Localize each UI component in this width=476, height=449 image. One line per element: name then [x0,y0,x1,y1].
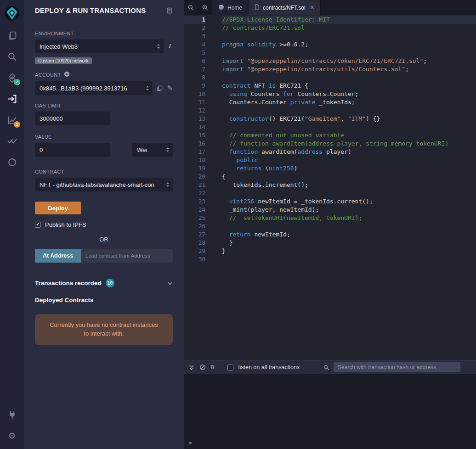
plugin-manager-icon[interactable] [0,404,24,425]
select-caret-icon [166,182,170,189]
value-unit-select[interactable]: Wei [132,143,173,157]
chevron-down-icon [167,279,173,287]
sign-message-icon[interactable]: ✎ [167,84,173,92]
publish-ipfs-label: Publish to IPFS [45,221,86,228]
file-explorer-icon[interactable] [0,25,24,46]
tab-home[interactable]: Home [212,0,249,15]
activity-bar: ✓ 1 ⚙ [0,0,24,449]
listen-transactions-checkbox[interactable] [227,365,233,370]
account-label: ACCOUNT [35,72,61,78]
zoom-out-icon[interactable] [184,0,198,15]
value-label: VALUE [35,134,173,140]
or-divider: OR [35,236,173,243]
contract-label: CONTRACT [35,169,173,174]
debugger-icon[interactable] [0,152,24,173]
gas-limit-label: GAS LIMIT [35,103,173,108]
publish-ipfs-checkbox[interactable] [35,222,41,228]
close-tab-icon[interactable]: ✕ [310,5,314,11]
terminal-output[interactable]: > [184,374,476,449]
remix-logo-icon[interactable] [0,2,24,25]
code-editor: 1234567891011121314151617181920212223242… [184,15,476,360]
terminal-search-icon [323,365,329,370]
transactions-recorded-label: Transactions recorded [35,280,102,286]
panel-title: DEPLOY & RUN TRANSACTIONS [35,6,146,14]
collapse-terminal-icon[interactable] [189,365,194,370]
deploy-button[interactable]: Deploy [35,202,81,214]
pending-transactions-count: 0 [211,364,214,370]
environment-label: ENVIRONMENT [35,31,173,36]
account-select[interactable]: 0x845...B1aB3 (999992.3913716 [35,81,153,95]
editor-area: Home contracts/NFT.sol ✕ 123456789101112… [184,0,476,449]
terminal-toolbar: 0 listen on all transactions [184,360,476,374]
documentation-icon[interactable] [166,7,173,14]
deployed-contracts-heading: Deployed Contracts [35,297,173,303]
tab-contracts-nft-sol[interactable]: contracts/NFT.sol ✕ [249,0,321,15]
solidity-compiler-icon[interactable]: ✓ [0,67,24,88]
static-analysis-icon[interactable]: 1 [0,109,24,130]
deploy-run-panel: DEPLOY & RUN TRANSACTIONS ENVIRONMENT In… [24,0,184,449]
network-badge: Custom (10920) network [35,57,92,64]
deploy-run-icon[interactable] [0,88,24,109]
transactions-count-badge: 10 [106,279,114,287]
settings-gear-icon[interactable]: ⚙ [0,425,24,446]
environment-select[interactable]: Injected Web3 [35,39,164,53]
select-caret-icon [157,44,160,51]
select-caret-icon [146,85,149,92]
at-address-button[interactable]: At Address [35,249,81,263]
transactions-recorded-toggle[interactable]: Transactions recorded 10 [35,279,173,287]
code-lines[interactable]: //SPDX-License-Identifier: MIT// contrac… [210,16,476,360]
at-address-input[interactable] [81,249,173,263]
gas-limit-input[interactable] [35,112,110,125]
environment-info-icon[interactable]: i [169,43,171,50]
contract-select[interactable]: NFT - github/ava-labs/avalanche-smart-co… [35,178,173,191]
remix-ball-icon [218,4,224,11]
compiler-success-badge: ✓ [14,79,20,85]
solidity-file-icon [255,4,260,11]
unit-testing-icon[interactable] [0,130,24,152]
terminal-prompt: > [188,439,192,446]
listen-transactions-label: listen on all transactions [238,364,300,370]
copy-account-icon[interactable] [157,85,163,91]
terminal-search-input[interactable] [334,362,460,372]
create-account-icon[interactable] [64,71,70,78]
analysis-warning-badge: 1 [14,121,20,128]
line-numbers: 1234567891011121314151617181920212223242… [184,16,210,360]
select-caret-icon [166,147,170,154]
tab-bar: Home contracts/NFT.sol ✕ [184,0,476,15]
value-input[interactable] [35,143,110,157]
no-instances-alert: Currently you have no contract instances… [35,314,173,345]
remix-ide: ✓ 1 ⚙ DEPLOY & RUN TRANSACTIONS [0,0,476,449]
zoom-in-icon[interactable] [198,0,212,15]
clear-pending-icon[interactable] [199,364,206,370]
search-icon[interactable] [0,46,24,67]
